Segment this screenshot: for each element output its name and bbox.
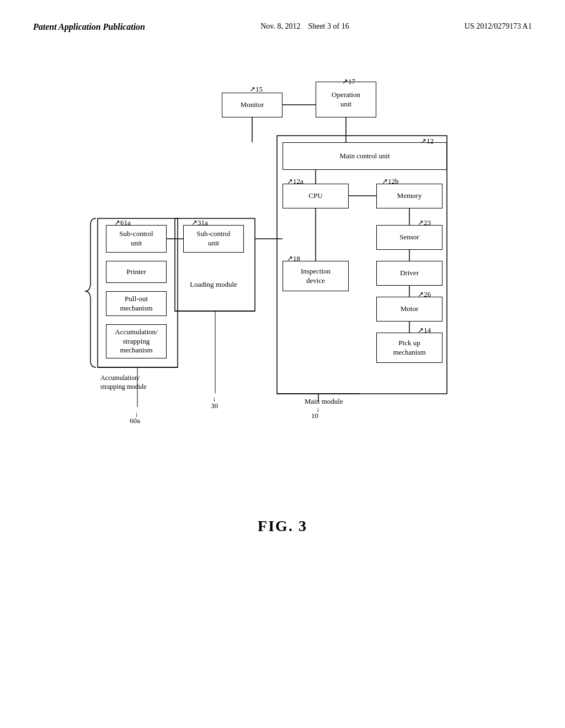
inspection-device-label: Inspectiondevice <box>301 267 331 286</box>
main-control-unit-box: Main control unit <box>282 142 447 170</box>
pickup-ref: ↗14 <box>418 326 431 335</box>
main-module-label: Main module <box>305 397 343 406</box>
operation-unit-label: Operationunit <box>332 90 360 109</box>
motor-box: Motor <box>376 297 443 322</box>
operation-unit-ref: ↗17 <box>342 77 355 86</box>
monitor-ref: ↗15 <box>249 85 263 94</box>
main-module-ref-num: 10 <box>311 411 318 420</box>
cpu-label: CPU <box>308 191 322 201</box>
monitor-label: Monitor <box>241 100 264 110</box>
sensor-label: Sensor <box>399 233 419 242</box>
publication-title: Patent Application Publication <box>33 22 145 32</box>
sensor-box: Sensor <box>376 225 443 250</box>
sub-control-61a-ref: ↗61a <box>114 218 131 227</box>
sub-control-61a-label: Sub-controlunit <box>119 229 153 248</box>
operation-unit-box: Operationunit <box>316 82 376 117</box>
sub-control-61a-box: Sub-controlunit <box>106 225 167 253</box>
publication-date-sheet: Nov. 8, 2012 Sheet 3 of 16 <box>260 22 349 31</box>
loading-module-label: Loading module <box>183 280 244 289</box>
motor-label: Motor <box>401 304 419 314</box>
main-control-unit-label: Main control unit <box>340 152 390 161</box>
accum-module-ref-num: 60a <box>130 416 140 425</box>
pullout-mechanism-label: Pull-outmechanism <box>120 295 152 313</box>
pullout-mechanism-box: Pull-outmechanism <box>106 291 167 316</box>
inspection-device-ref: ↗18 <box>287 254 300 263</box>
printer-label: Printer <box>126 267 146 277</box>
diagram-area: Monitor ↗15 Operationunit ↗17 Main contr… <box>73 76 492 495</box>
monitor-box: Monitor <box>222 93 282 117</box>
printer-box: Printer <box>106 261 167 283</box>
publication-date: Nov. 8, 2012 <box>260 22 300 30</box>
accum-strapping-mech-label: Accumulation/strappingmechanism <box>115 328 157 356</box>
memory-ref: ↗12b <box>382 177 399 186</box>
cpu-box: CPU <box>282 184 349 208</box>
sub-control-31a-label: Sub-controlunit <box>196 229 230 248</box>
loading-module-ref-num: 30 <box>211 402 218 410</box>
pickup-mechanism-box: Pick upmechanism <box>376 333 443 363</box>
pickup-mechanism-label: Pick upmechanism <box>393 339 425 357</box>
figure-caption: FIG. 3 <box>0 517 565 535</box>
accum-strapping-mech-box: Accumulation/strappingmechanism <box>106 324 167 358</box>
publication-number: US 2012/0279173 A1 <box>465 22 532 31</box>
accum-strapping-module-label: Accumulation/strapping module <box>100 374 172 391</box>
driver-label: Driver <box>400 269 419 278</box>
driver-box: Driver <box>376 261 443 286</box>
sensor-ref: ↗23 <box>418 218 431 227</box>
memory-label: Memory <box>397 191 422 201</box>
page-header: Patent Application Publication Nov. 8, 2… <box>0 0 565 32</box>
cpu-ref: ↗12a <box>287 177 303 186</box>
sub-control-31a-box: Sub-controlunit <box>183 225 244 253</box>
sheet-info: Sheet 3 of 16 <box>308 22 349 30</box>
inspection-device-box: Inspectiondevice <box>282 261 349 291</box>
motor-ref: ↗26 <box>418 290 431 299</box>
sub-control-31a-ref: ↗31a <box>191 218 208 227</box>
memory-box: Memory <box>376 184 443 208</box>
main-control-unit-ref: ↗12 <box>420 137 434 146</box>
